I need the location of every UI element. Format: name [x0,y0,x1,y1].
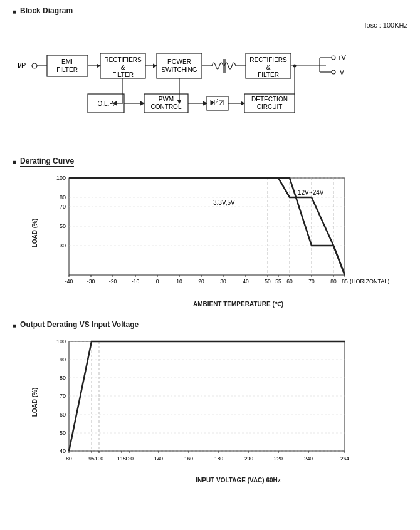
block-diagram-section: Block Diagram fosc : 100KHz I/P EMI FILT… [13,6,407,144]
svg-text:95: 95 [88,455,95,462]
svg-text:70: 70 [60,204,66,210]
derating-y-axis-label: LOAD (%) [31,218,38,247]
svg-text:90: 90 [60,356,66,363]
svg-text:240: 240 [304,455,313,462]
svg-text:70: 70 [308,278,315,284]
svg-text:SWITCHING: SWITCHING [161,66,197,73]
svg-text:&: & [266,64,271,71]
svg-text:80: 80 [60,194,66,200]
output-derating-chart-wrapper: LOAD (%) 100 90 80 70 60 50 40 80 95 100 [44,335,407,484]
svg-text:220: 220 [274,455,283,462]
svg-text:RECTIFIERS: RECTIFIERS [104,56,142,63]
svg-point-1 [32,63,37,68]
output-derating-chart-svg: 100 90 80 70 60 50 40 80 95 100 115 120 … [44,335,389,473]
svg-text:60: 60 [60,412,66,418]
svg-text:CIRCUIT: CIRCUIT [257,103,283,110]
svg-text:-20: -20 [109,278,117,284]
svg-text:264: 264 [340,455,349,462]
svg-text:&: & [121,64,125,71]
svg-text:-V: -V [337,68,345,76]
svg-text:100: 100 [56,175,66,181]
svg-line-46 [215,99,218,101]
svg-text:160: 160 [184,455,193,462]
svg-text:80: 80 [66,455,72,462]
svg-text:80: 80 [330,278,337,284]
svg-text:50: 50 [265,278,271,284]
svg-text:85: 85 [342,278,348,284]
derating-x-axis-label: AMBIENT TEMPERATURE (℃) [69,301,407,308]
svg-text:30: 30 [220,278,226,284]
block-diagram-title: Block Diagram [13,6,407,16]
svg-text:RECTIFIERS: RECTIFIERS [249,56,287,63]
svg-text:FILTER: FILTER [258,71,279,78]
svg-text:80: 80 [60,375,66,381]
svg-text:100: 100 [56,338,66,345]
derating-curve-section: Derating Curve LOAD (%) 100 80 70 50 30 … [13,157,407,308]
output-x-axis-label: INPUT VOLTAGE (VAC) 60Hz [69,477,407,484]
svg-text:12V~24V: 12V~24V [298,189,324,196]
svg-text:140: 140 [154,455,163,462]
block-diagram-svg: I/P EMI FILTER RECTIFIERS & FILTER POWER… [13,31,407,144]
output-y-axis-label: LOAD (%) [31,387,38,417]
svg-point-56 [293,65,297,68]
svg-text:I/P: I/P [18,61,26,69]
derating-curve-title: Derating Curve [13,157,407,167]
svg-text:50: 50 [60,223,66,229]
output-derating-title: Output Derating VS Input Voltage [13,320,407,330]
svg-text:O.L.P.: O.L.P. [97,100,114,107]
output-derating-section: Output Derating VS Input Voltage LOAD (%… [13,320,407,484]
svg-text:POWER: POWER [167,58,191,65]
svg-text:FILTER: FILTER [56,66,78,73]
derating-chart-svg: 100 80 70 50 30 -40 -30 -20 -10 0 10 20 … [44,172,389,297]
svg-rect-105 [69,341,345,451]
fosc-label: fosc : 100KHz [13,21,407,29]
block-diagram-container: I/P EMI FILTER RECTIFIERS & FILTER POWER… [13,31,407,144]
svg-text:120: 120 [125,455,134,462]
svg-marker-44 [211,100,214,105]
svg-text:55: 55 [275,278,281,284]
svg-line-48 [219,100,223,105]
svg-rect-42 [207,96,228,110]
svg-text:PWM: PWM [159,96,174,103]
svg-text:-40: -40 [65,278,73,284]
derating-chart-wrapper: LOAD (%) 100 80 70 50 30 -40 -30 -20 -10… [44,172,407,308]
svg-text:0: 0 [156,278,159,284]
svg-text:200: 200 [244,455,253,462]
svg-text:60: 60 [286,278,293,284]
svg-text:100: 100 [95,455,103,462]
svg-text:DETECTION: DETECTION [251,96,288,103]
svg-text:10: 10 [176,278,182,284]
svg-rect-12 [157,53,202,78]
svg-text:EMI: EMI [61,58,73,65]
svg-text:30: 30 [60,242,66,249]
svg-text:50: 50 [60,430,66,436]
svg-text:-30: -30 [87,278,95,284]
svg-text:(HORIZONTAL): (HORIZONTAL) [350,278,389,284]
svg-text:FILTER: FILTER [112,71,134,78]
svg-text:-10: -10 [132,278,140,284]
svg-text:40: 40 [243,278,249,284]
svg-text:3.3V,5V: 3.3V,5V [213,199,235,206]
svg-text:40: 40 [60,448,66,454]
svg-text:180: 180 [214,455,223,462]
svg-text:70: 70 [60,393,66,399]
svg-text:+V: +V [337,54,346,61]
svg-text:CONTROL: CONTROL [151,103,182,110]
svg-text:20: 20 [198,278,204,284]
